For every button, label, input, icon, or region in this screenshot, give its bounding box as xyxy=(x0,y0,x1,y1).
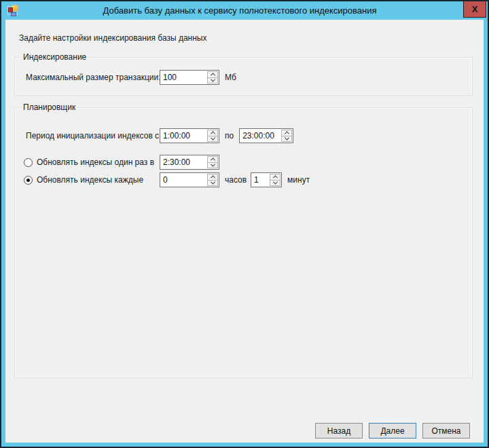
update-once-picker xyxy=(160,155,219,170)
spin-down-button[interactable] xyxy=(208,136,217,142)
app-icon xyxy=(7,5,19,16)
max-transaction-label: Максимальный размер транзакции: xyxy=(26,73,160,82)
max-transaction-stepper xyxy=(160,70,219,85)
init-period-from-picker xyxy=(160,128,219,143)
chevron-down-icon xyxy=(210,162,215,166)
spinner xyxy=(207,71,218,83)
radio-icon xyxy=(24,176,33,185)
dialog-client-area: Задайте настройки индексирования базы да… xyxy=(5,20,484,443)
minutes-label: минут xyxy=(287,175,310,185)
chevron-down-icon xyxy=(210,135,215,140)
max-transaction-input[interactable] xyxy=(160,71,206,84)
init-period-to-label: по xyxy=(225,131,234,141)
group-indexing: Индексирование Максимальный размер транз… xyxy=(14,57,473,96)
spinner xyxy=(281,130,292,142)
max-transaction-unit: Мб xyxy=(225,73,236,82)
init-period-label: Период инициализации индексов с xyxy=(26,131,160,141)
init-period-from-input[interactable] xyxy=(160,129,206,143)
radio-update-once[interactable]: Обновлять индексы один раз в xyxy=(24,157,160,167)
dialog-window: Добавить базу данных к сервису полнотекс… xyxy=(0,0,489,448)
group-scheduler-title: Планировщик xyxy=(20,102,78,112)
close-button[interactable]: X xyxy=(463,1,486,18)
chevron-down-icon xyxy=(210,77,215,81)
titlebar[interactable]: Добавить базу данных к сервису полнотекс… xyxy=(1,1,488,20)
spin-down-button[interactable] xyxy=(208,180,217,186)
dialog-description: Задайте настройки индексирования базы да… xyxy=(19,33,206,43)
spinner xyxy=(207,130,218,142)
spinner xyxy=(270,174,280,186)
init-period-to-picker xyxy=(239,128,293,143)
update-every-hours-input[interactable] xyxy=(160,173,206,187)
init-period-to-input[interactable] xyxy=(240,129,280,143)
back-button[interactable]: Назад xyxy=(315,423,363,438)
close-icon: X xyxy=(472,4,478,14)
radio-icon xyxy=(24,158,33,167)
hours-label: часов xyxy=(225,175,247,185)
spin-down-button[interactable] xyxy=(208,162,217,168)
cancel-button[interactable]: Отмена xyxy=(422,423,470,438)
update-every-minutes-input[interactable] xyxy=(251,173,269,187)
update-every-minutes-stepper xyxy=(251,172,282,187)
radio-update-once-label: Обновлять индексы один раз в xyxy=(37,157,154,167)
chevron-down-icon xyxy=(273,179,278,184)
spin-down-button[interactable] xyxy=(282,136,291,142)
spinner xyxy=(207,174,218,186)
spin-down-button[interactable] xyxy=(270,180,280,186)
radio-update-every-label: Обновлять индексы каждые xyxy=(37,175,143,185)
chevron-down-icon xyxy=(210,179,215,184)
spin-down-button[interactable] xyxy=(208,77,217,83)
group-indexing-title: Индексирование xyxy=(20,52,89,62)
next-button[interactable]: Далее xyxy=(369,423,416,438)
window-title: Добавить базу данных к сервису полнотекс… xyxy=(1,5,488,16)
spinner xyxy=(207,156,218,168)
update-every-hours-stepper xyxy=(160,172,219,187)
chevron-down-icon xyxy=(285,135,289,140)
update-once-input[interactable] xyxy=(160,155,206,169)
radio-update-every[interactable]: Обновлять индексы каждые xyxy=(24,175,160,185)
window-frame: Добавить базу данных к сервису полнотекс… xyxy=(1,1,488,447)
group-scheduler: Планировщик Период инициализации индексо… xyxy=(14,107,473,378)
footer-buttons: Назад Далее Отмена xyxy=(315,423,470,438)
